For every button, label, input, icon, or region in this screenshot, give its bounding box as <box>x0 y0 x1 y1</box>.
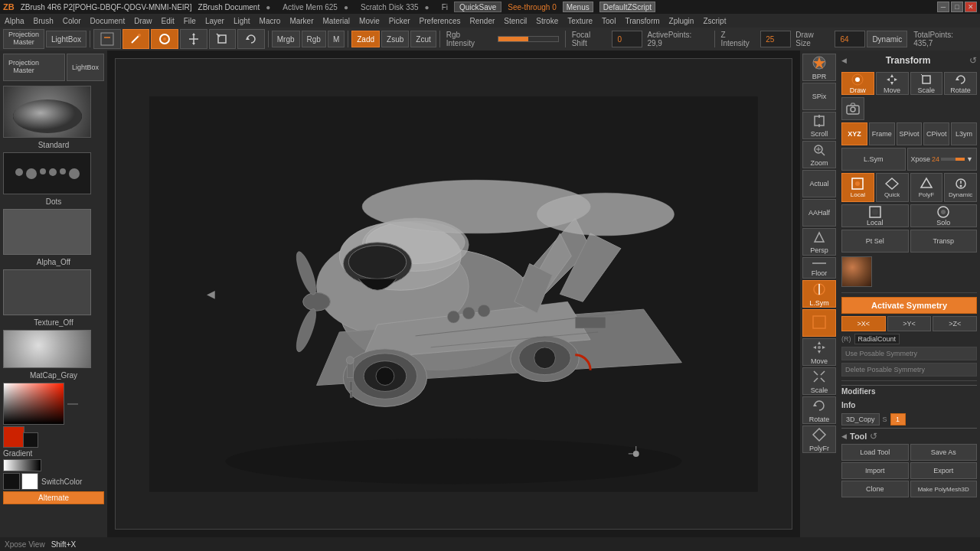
switch-color-black[interactable] <box>3 473 20 490</box>
rgb-intensity-slider[interactable] <box>498 36 558 42</box>
menu-stroke[interactable]: Stroke <box>536 17 558 25</box>
xyz-button[interactable]: XYZ <box>841 122 867 145</box>
foreground-color-swatch[interactable] <box>3 426 24 448</box>
alpha-thumbnail[interactable] <box>3 209 91 255</box>
clone-button[interactable]: Clone <box>841 481 909 497</box>
draw-button[interactable] <box>151 29 178 49</box>
polyf-button[interactable]: PolyF <box>910 173 943 202</box>
alternate-button[interactable]: Alternate <box>3 491 104 504</box>
quick-panel-button[interactable]: Quick <box>876 173 909 202</box>
focal-shift-value[interactable]: 0 <box>612 31 642 47</box>
load-tool-button[interactable]: Load Tool <box>841 444 909 461</box>
transform-scale-button[interactable]: Scale <box>910 72 943 95</box>
canvas-inner[interactable] <box>115 58 792 530</box>
ptsel-button[interactable]: Pt Sel <box>841 230 909 253</box>
lsym-button[interactable]: L.Sym <box>802 280 836 308</box>
floor-button[interactable]: Floor <box>802 257 836 279</box>
bpr-button[interactable]: BPR <box>802 54 836 81</box>
delete-posable-button[interactable]: Delete Posable Symmetry <box>841 363 977 377</box>
scale-view-button[interactable]: Scale <box>802 367 836 395</box>
material-swatch[interactable] <box>841 256 872 287</box>
xpose-slider[interactable] <box>941 158 965 161</box>
import-button[interactable]: Import <box>841 462 909 479</box>
zsub-button[interactable]: Zsub <box>381 31 409 47</box>
matcap-thumbnail[interactable] <box>3 330 91 368</box>
transform-draw-button[interactable]: Draw <box>841 72 874 95</box>
local2-button[interactable]: Local <box>841 204 909 227</box>
menu-movie[interactable]: Movie <box>359 17 380 25</box>
z-intensity-value[interactable]: 25 <box>760 31 791 47</box>
canvas-area[interactable]: ◀ <box>107 51 800 537</box>
cpivot-button[interactable]: CPivot <box>923 122 949 145</box>
menu-tool[interactable]: Tool <box>602 17 616 25</box>
transform-rotate-button[interactable]: Rotate <box>944 72 977 95</box>
m-button[interactable]: M <box>328 31 345 47</box>
activate-symmetry-button[interactable]: Activate Symmetry <box>841 297 977 314</box>
lsym2-button[interactable] <box>802 309 836 337</box>
menu-document[interactable]: Document <box>90 17 126 25</box>
rotate-view-button[interactable]: Rotate <box>802 396 836 424</box>
menu-brush[interactable]: Brush <box>34 17 54 25</box>
transform-refresh-icon[interactable]: ↺ <box>969 55 977 66</box>
local-button[interactable]: Local <box>841 173 874 202</box>
dynamic-panel-button[interactable]: Dynamic <box>944 173 977 202</box>
maximize-button[interactable]: □ <box>951 2 963 12</box>
close-button[interactable]: ✕ <box>965 2 977 12</box>
background-color-swatch[interactable] <box>23 432 38 448</box>
menu-file[interactable]: File <box>184 17 196 25</box>
use-posable-button[interactable]: Use Posable Symmetry <box>841 347 977 360</box>
menu-stencil[interactable]: Stencil <box>504 17 527 25</box>
polyfr-button[interactable]: PolyFr <box>802 425 836 453</box>
minimize-button[interactable]: ─ <box>937 2 949 12</box>
threed-value[interactable]: 1 <box>890 413 906 425</box>
menus-button[interactable]: Menus <box>563 2 593 12</box>
solo-button[interactable]: Solo <box>910 204 978 227</box>
y-axis-button[interactable]: >Y< <box>887 316 932 331</box>
left-panel-arrow[interactable]: ◀ <box>207 288 215 300</box>
transform-back-icon[interactable]: ◀ <box>841 57 847 64</box>
menu-picker[interactable]: Picker <box>389 17 410 25</box>
color-gradient-box[interactable] <box>3 383 64 425</box>
menu-alpha[interactable]: Alpha <box>5 17 24 25</box>
persp-button[interactable]: Persp <box>802 228 836 256</box>
menu-light[interactable]: Light <box>234 17 250 25</box>
move-view-button[interactable]: Move <box>802 338 836 366</box>
zcut-button[interactable]: Zcut <box>410 31 436 47</box>
dots-thumbnail[interactable] <box>3 152 91 194</box>
projection-master-button[interactable]: Projection Master <box>3 29 44 49</box>
zadd-button[interactable]: Zadd <box>351 31 380 47</box>
menu-render[interactable]: Render <box>470 17 495 25</box>
menu-texture[interactable]: Texture <box>567 17 593 25</box>
aahalf-button[interactable]: AAHalf <box>802 199 836 227</box>
gradient-swatch[interactable] <box>3 459 41 471</box>
draw-size-value[interactable]: 64 <box>835 31 865 47</box>
menu-zscript[interactable]: Zscript <box>703 17 726 25</box>
mrgb-button[interactable]: Mrgb <box>272 31 300 47</box>
quick-sketch-icon[interactable] <box>93 29 121 49</box>
menu-marker[interactable]: Marker <box>289 17 313 25</box>
threed-copy-button[interactable]: 3D_Copy <box>841 413 880 425</box>
lsym2-panel-button[interactable]: L.Sym <box>841 148 906 171</box>
move-button[interactable] <box>180 29 207 49</box>
rgb-button[interactable]: Rgb <box>302 31 326 47</box>
menu-draw[interactable]: Draw <box>134 17 152 25</box>
menu-transform[interactable]: Transform <box>625 17 659 25</box>
edit-button[interactable] <box>122 29 150 49</box>
switch-color-white[interactable] <box>21 473 38 490</box>
tool-arrow-icon[interactable]: ◀ <box>841 432 847 440</box>
tool-refresh-icon[interactable]: ↺ <box>870 431 877 442</box>
transform-move-button[interactable]: Move <box>876 72 909 95</box>
zoom-button[interactable]: Zoom <box>802 141 836 168</box>
spix-button[interactable]: SPix <box>802 83 836 110</box>
frame-button[interactable]: Frame <box>869 122 895 145</box>
menu-edit[interactable]: Edit <box>162 17 175 25</box>
export-button[interactable]: Export <box>910 462 978 479</box>
z-axis-button[interactable]: >Z< <box>933 316 977 331</box>
menu-color[interactable]: Color <box>63 17 81 25</box>
make-polymesh-button[interactable]: Make PolyMesh3D <box>910 481 978 497</box>
menu-macro[interactable]: Macro <box>260 17 281 25</box>
xpose-down-icon[interactable]: ▼ <box>966 155 973 163</box>
dynamic-button[interactable]: Dynamic <box>867 31 907 47</box>
lightbox-button[interactable]: LightBox <box>46 31 87 47</box>
lightbox-btn[interactable]: LightBox <box>67 54 104 81</box>
